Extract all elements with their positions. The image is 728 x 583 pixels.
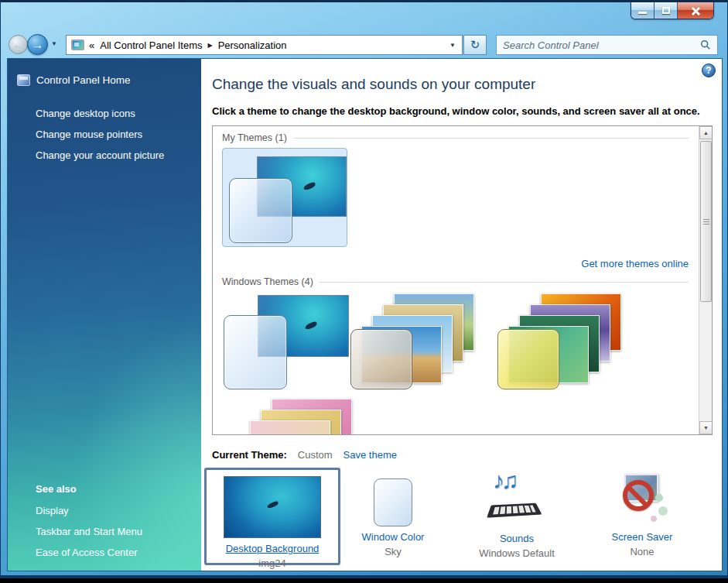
- search-input[interactable]: [503, 39, 700, 51]
- back-button[interactable]: ←: [9, 35, 28, 54]
- theme-windows-7[interactable]: [222, 293, 350, 391]
- group-header-windows-themes: Windows Themes (4): [222, 276, 689, 287]
- breadcrumb-collapse-chevrons[interactable]: «: [89, 39, 94, 51]
- current-theme-label: Current Theme:: [212, 449, 287, 461]
- breadcrumb-separator-icon: ▶: [207, 42, 212, 49]
- breadcrumb-personalization[interactable]: Personalization: [218, 39, 287, 51]
- theme-window-color-preview: [350, 329, 412, 389]
- theme-landscapes[interactable]: [350, 293, 479, 391]
- save-theme-link[interactable]: Save theme: [343, 449, 397, 461]
- window-caption-buttons: [631, 2, 714, 19]
- prohibition-icon: [623, 480, 654, 511]
- theme-window-color-preview: [228, 434, 290, 435]
- main-content: ? Change the visuals and sounds on your …: [201, 59, 722, 571]
- theme-window-color-preview: [229, 178, 292, 243]
- desktop-background-thumbnail: [224, 476, 321, 538]
- personalization-page-icon: [71, 39, 84, 50]
- keyboard-icon: [487, 503, 542, 518]
- current-theme-row: Current Theme: Custom Save theme: [212, 449, 397, 461]
- theme-scenes[interactable]: [497, 293, 626, 391]
- theme-unsaved-theme[interactable]: [222, 148, 347, 247]
- group-label-my-themes: My Themes (1): [222, 132, 287, 143]
- page-description: Click a theme to change the desktop back…: [212, 105, 700, 117]
- theme-slideshow-image: [250, 420, 330, 435]
- desktop-background-value: img24: [207, 557, 338, 569]
- minimize-button[interactable]: [631, 2, 655, 19]
- close-button[interactable]: [678, 2, 713, 19]
- theme-component-items: Desktop Background img24 Window Color Sk…: [201, 468, 723, 570]
- control-panel-home-icon: [17, 74, 30, 86]
- minimize-icon: [638, 12, 647, 14]
- sounds-item[interactable]: ♪♫ Sounds Windows Default: [456, 471, 577, 565]
- address-dropdown-arrow[interactable]: ▼: [448, 42, 457, 49]
- scroll-down-button[interactable]: ▼: [699, 421, 713, 434]
- group-header-my-themes: My Themes (1): [222, 132, 689, 143]
- personalization-window: ← → ▼ « All Control Panel Items ▶ Person…: [0, 0, 728, 578]
- help-button[interactable]: ?: [702, 63, 716, 77]
- current-theme-value: Custom: [298, 449, 333, 461]
- sidebar-item-change-mouse-pointers[interactable]: Change mouse pointers: [36, 129, 142, 140]
- sidebar-item-change-account-picture[interactable]: Change your account picture: [36, 149, 164, 161]
- search-box: [496, 35, 718, 55]
- breadcrumb: « All Control Panel Items ▶ Personalizat…: [89, 39, 448, 51]
- themes-list: My Themes (1) Get more themes online Win…: [212, 125, 713, 435]
- page-title: Change the visuals and sounds on your co…: [212, 76, 535, 93]
- bubble-icon: [651, 516, 657, 522]
- theme-window-color-preview: [497, 329, 559, 389]
- control-panel-home-label: Control Panel Home: [36, 74, 131, 86]
- forward-arrow-icon: →: [32, 39, 43, 50]
- scrollbar-thumb[interactable]: [700, 141, 712, 302]
- screen-saver-icon: [615, 472, 669, 526]
- window-color-icon: [374, 478, 412, 526]
- refresh-button[interactable]: ↻: [463, 35, 487, 55]
- sidebar-item-taskbar-start-menu[interactable]: Taskbar and Start Menu: [36, 526, 142, 537]
- scrollbar-grip-icon: [703, 221, 709, 222]
- window-color-link[interactable]: Window Color: [333, 531, 453, 543]
- address-bar[interactable]: « All Control Panel Items ▶ Personalizat…: [66, 35, 463, 55]
- forward-button[interactable]: →: [27, 34, 48, 55]
- client-area: Control Panel Home Change desktop icons …: [7, 58, 723, 571]
- scroll-up-button[interactable]: ▲: [699, 126, 713, 139]
- bubble-icon: [655, 494, 663, 502]
- back-arrow-icon: ←: [13, 39, 24, 50]
- desktop-background-link[interactable]: Desktop Background: [207, 543, 338, 554]
- group-divider: [320, 282, 689, 283]
- get-more-themes-link[interactable]: Get more themes online: [581, 258, 689, 269]
- see-also-heading: See also: [36, 483, 77, 495]
- sidebar-item-control-panel-home[interactable]: Control Panel Home: [17, 74, 131, 86]
- group-label-windows-themes: Windows Themes (4): [222, 276, 313, 287]
- maximize-button[interactable]: [655, 2, 678, 19]
- music-notes-icon: ♪♫: [493, 468, 516, 494]
- screen-saver-item[interactable]: Screen Saver None: [582, 471, 702, 565]
- search-icon: [700, 39, 711, 50]
- sidebar-item-change-desktop-icons[interactable]: Change desktop icons: [36, 108, 135, 119]
- screen-saver-value: None: [582, 546, 702, 557]
- group-divider: [293, 138, 689, 139]
- sidebar-item-display[interactable]: Display: [36, 505, 69, 516]
- window-color-item[interactable]: Window Color Sky: [333, 471, 453, 565]
- sounds-link[interactable]: Sounds: [456, 533, 577, 544]
- sidebar-item-ease-of-access[interactable]: Ease of Access Center: [36, 547, 138, 558]
- breadcrumb-all-control-panel-items[interactable]: All Control Panel Items: [100, 39, 202, 51]
- themes-scrollbar[interactable]: ▲ ▼: [699, 126, 712, 434]
- recent-pages-dropdown[interactable]: ▼: [51, 40, 57, 47]
- close-icon: [691, 6, 700, 15]
- bubble-icon: [658, 506, 668, 516]
- theme-window-color-preview: [224, 315, 287, 389]
- screen-saver-link[interactable]: Screen Saver: [582, 531, 702, 543]
- theme-nature[interactable]: [228, 399, 357, 435]
- sounds-icon: ♪♫: [484, 471, 550, 528]
- maximize-icon: [662, 7, 670, 14]
- desktop-background-item[interactable]: Desktop Background img24: [204, 468, 340, 565]
- sidebar: Control Panel Home Change desktop icons …: [8, 59, 201, 571]
- window-color-value: Sky: [333, 546, 453, 557]
- sounds-value: Windows Default: [456, 547, 577, 559]
